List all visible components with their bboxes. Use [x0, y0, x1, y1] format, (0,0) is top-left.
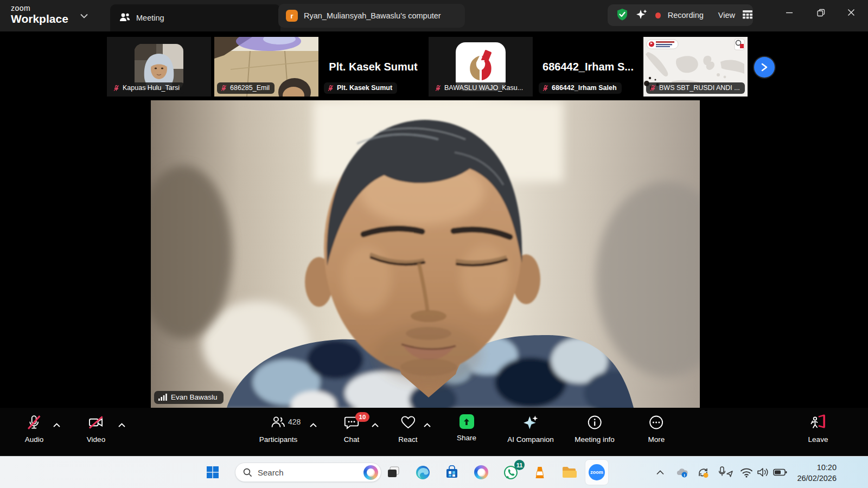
windows-logo-icon [206, 466, 219, 479]
muted-camera-icon [88, 414, 104, 431]
participants-options-chevron[interactable] [310, 420, 317, 429]
tab-shared-computer[interactable]: r Ryan_Muliansyah_Bawaslu's computer [278, 4, 465, 28]
mic-in-use-icon[interactable] [715, 461, 737, 483]
participant-name-tag: 686285_Emil [217, 82, 275, 94]
participant-tile-emil[interactable]: 686285_Emil [214, 37, 318, 97]
leave-label: Leave [808, 435, 828, 444]
ai-sparkle-icon[interactable] [635, 8, 648, 23]
participant-name: BWS SBT_RUSDI ANDI ... [659, 84, 740, 92]
leave-door-icon [810, 414, 826, 431]
participant-name: Plt. Kasek Sumut [337, 84, 392, 92]
logo-zoom-text: zoom [11, 4, 68, 12]
audio-level-bars-icon [158, 394, 167, 401]
security-shield-icon[interactable] [616, 8, 628, 23]
participant-name-tag: Plt. Kasek Sumut [324, 82, 397, 94]
react-options-chevron[interactable] [424, 420, 431, 429]
search-icon [243, 468, 252, 477]
muted-mic-icon [220, 85, 227, 92]
zoom-app-taskbar-icon[interactable]: zoom [585, 459, 609, 485]
participant-name: 686285_Emil [230, 84, 270, 92]
view-label[interactable]: View [718, 11, 735, 20]
participant-name: 686442_Irham Saleh [552, 84, 617, 92]
muted-mic-icon [26, 414, 42, 431]
next-participants-button[interactable] [754, 57, 775, 78]
react-label: React [398, 435, 417, 444]
zoom-workplace-logo: zoom Workplace [11, 4, 68, 24]
participants-label: Participants [259, 435, 298, 444]
close-button[interactable] [839, 0, 864, 25]
view-grid-icon[interactable] [742, 10, 753, 21]
onedrive-cloud-icon[interactable]: i [671, 461, 693, 483]
audio-button[interactable]: Audio [25, 414, 44, 444]
battery-icon[interactable] [769, 461, 791, 483]
tray-chevron-up-icon[interactable] [649, 461, 671, 483]
clock-date: 26/02/2026 [797, 473, 837, 484]
participant-display-name: Plt. Kasek Sumut [329, 61, 417, 73]
muted-mic-icon [113, 85, 120, 92]
share-button[interactable]: Share [457, 414, 476, 442]
meeting-info-label: Meeting info [575, 435, 615, 444]
participant-name-tag: BAWASLU WAJO_Kasu... [431, 82, 528, 94]
react-button[interactable]: React [398, 414, 417, 444]
muted-mic-icon [649, 85, 656, 92]
svg-text:i: i [684, 473, 685, 478]
edge-browser-icon[interactable] [412, 461, 433, 483]
video-label: Video [87, 435, 105, 444]
leave-button[interactable]: Leave [808, 414, 828, 444]
recording-indicator-dot [655, 12, 661, 18]
copilot-app-icon[interactable] [470, 461, 492, 483]
participant-tile-kasek-sumut[interactable]: Plt. Kasek Sumut Plt. Kasek Sumut [321, 37, 425, 97]
heart-icon [400, 414, 416, 431]
tab-meeting[interactable]: Meeting [110, 4, 280, 31]
video-options-chevron[interactable] [118, 420, 125, 429]
windows-taskbar: Search 11 zo [0, 456, 868, 488]
participant-name: Kapuas Hulu_Tarsi [123, 84, 180, 92]
chat-label: Chat [344, 435, 360, 444]
ai-companion-sparkle-icon [522, 414, 539, 431]
start-button[interactable] [202, 461, 224, 483]
participant-display-name: 686442_Irham S... [542, 61, 634, 73]
tab-meeting-label: Meeting [136, 14, 164, 22]
participant-tile-kapuas-hulu[interactable]: Kapuas Hulu_Tarsi [107, 37, 211, 97]
people-icon [119, 12, 131, 24]
remote-app-icon: r [286, 10, 298, 22]
participants-count: 428 [288, 418, 301, 426]
participant-name-tag: Kapuas Hulu_Tarsi [110, 82, 184, 94]
ai-companion-button[interactable]: AI Companion [507, 414, 554, 444]
sync-status-icon[interactable] [692, 461, 714, 483]
video-button[interactable]: Video [87, 414, 105, 444]
copilot-search-icon[interactable] [363, 465, 378, 480]
more-ellipsis-icon [648, 414, 665, 431]
logo-workplace-text: Workplace [11, 13, 68, 24]
taskbar-clock[interactable]: 10:20 26/02/2026 [797, 463, 837, 484]
audio-options-chevron[interactable] [53, 420, 60, 429]
meeting-status-pill: Recording View [608, 4, 753, 26]
zoom-meeting-window: zoom Workplace Meeting r Ryan_Muliansyah… [0, 0, 868, 488]
minimize-button[interactable] [777, 0, 802, 25]
meeting-control-bar: Audio Video Participants 428 Chat 10 [0, 408, 868, 456]
more-label: More [648, 435, 665, 444]
meeting-info-button[interactable]: Meeting info [575, 414, 615, 444]
zoom-app-logo: zoom [589, 464, 605, 480]
task-view-button[interactable] [382, 461, 404, 483]
participant-tile-bws-sbt[interactable]: BWS SBT_RUSDI ANDI ... [643, 37, 748, 97]
main-video-speaker[interactable]: Evan Bawaslu [151, 100, 700, 408]
more-button[interactable]: More [648, 414, 665, 444]
whatsapp-unread-badge: 11 [514, 460, 525, 470]
microsoft-store-icon[interactable] [441, 461, 463, 483]
search-box[interactable]: Search [235, 463, 381, 482]
share-screen-icon [459, 414, 474, 429]
participant-name: BAWASLU WAJO_Kasu... [444, 84, 523, 92]
workspace-chevron-down-icon[interactable] [80, 11, 88, 21]
speaker-name-tag: Evan Bawaslu [154, 391, 224, 404]
restore-button[interactable] [808, 0, 833, 25]
participant-name-tag: 686442_Irham Saleh [539, 82, 622, 94]
participant-tile-bawaslu-wajo[interactable]: BAWASLU WAJO_Kasu... [429, 37, 533, 97]
search-placeholder: Search [258, 468, 358, 477]
participant-tile-irham[interactable]: 686442_Irham S... 686442_Irham Saleh [536, 37, 640, 97]
muted-mic-icon [435, 85, 442, 92]
chat-unread-badge: 10 [355, 412, 369, 422]
vlc-icon[interactable] [529, 461, 551, 483]
chat-options-chevron[interactable] [372, 420, 379, 429]
file-explorer-icon[interactable] [558, 461, 580, 483]
